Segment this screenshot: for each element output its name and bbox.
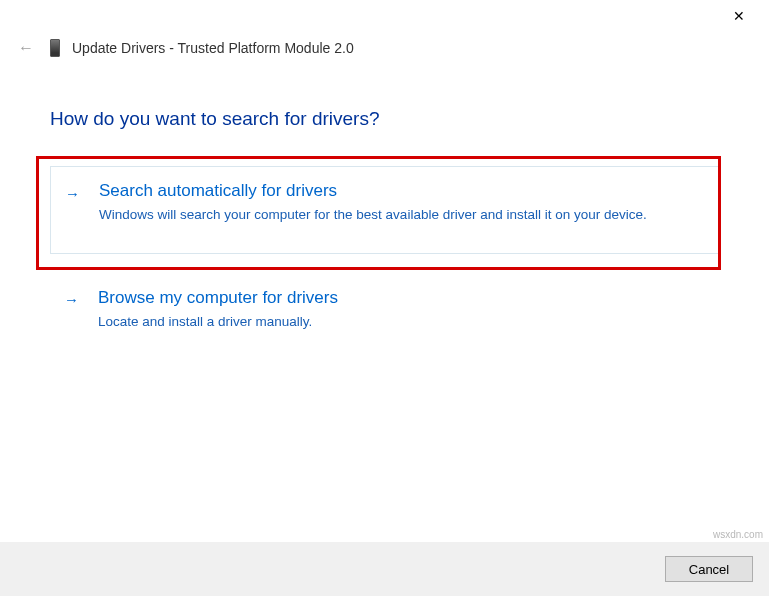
option-description: Locate and install a driver manually.	[98, 312, 701, 332]
options-list: → Search automatically for drivers Windo…	[50, 166, 719, 335]
option-description: Windows will search your computer for th…	[99, 205, 700, 225]
cancel-button[interactable]: Cancel	[665, 556, 753, 582]
page-question: How do you want to search for drivers?	[50, 108, 719, 130]
close-icon: ✕	[733, 8, 745, 24]
option-browse-computer[interactable]: → Browse my computer for drivers Locate …	[50, 284, 719, 336]
arrow-right-icon: →	[64, 291, 79, 308]
footer-bar: Cancel	[0, 542, 769, 596]
arrow-right-icon: →	[65, 185, 80, 202]
option-search-automatically[interactable]: → Search automatically for drivers Windo…	[50, 166, 719, 254]
back-arrow-icon[interactable]: ←	[18, 39, 34, 57]
titlebar: ✕	[0, 0, 769, 32]
close-button[interactable]: ✕	[716, 0, 762, 32]
option-auto-host: → Search automatically for drivers Windo…	[50, 166, 719, 254]
device-icon	[50, 39, 60, 57]
header-row: ← Update Drivers - Trusted Platform Modu…	[0, 32, 769, 62]
content-area: How do you want to search for drivers? →…	[0, 62, 769, 335]
option-title: Browse my computer for drivers	[98, 288, 701, 308]
watermark-text: wsxdn.com	[713, 529, 763, 540]
wizard-title: Update Drivers - Trusted Platform Module…	[72, 40, 354, 56]
option-title: Search automatically for drivers	[99, 181, 700, 201]
